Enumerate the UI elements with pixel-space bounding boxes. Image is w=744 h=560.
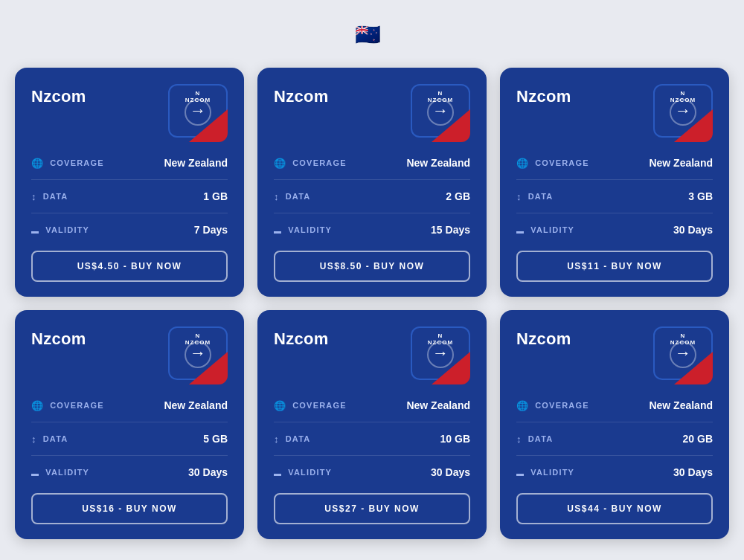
validity-label: VALIDITY: [31, 224, 89, 236]
data-label-text: DATA: [286, 192, 311, 201]
coverage-label-text: COVERAGE: [535, 158, 589, 167]
divider-2: [31, 455, 228, 456]
card-logo: NNZCOM →: [161, 326, 228, 384]
coverage-label: COVERAGE: [31, 399, 104, 411]
globe-icon: [274, 157, 286, 169]
card-header: Nzcom NNZCOM →: [274, 84, 470, 142]
card-header: Nzcom NNZCOM →: [516, 84, 713, 142]
validity-value: 30 Days: [188, 466, 228, 478]
plan-card-1: Nzcom NNZCOM → COVERAGE New Zealand: [15, 68, 244, 297]
validity-row: VALIDITY 30 Days: [516, 224, 713, 236]
globe-icon: [274, 399, 286, 411]
coverage-row: COVERAGE New Zealand: [274, 157, 470, 169]
card-brand: Nzcom: [274, 326, 329, 349]
card-logo: NNZCOM →: [403, 326, 470, 384]
coverage-value: New Zealand: [649, 157, 713, 169]
card-details: COVERAGE New Zealand DATA 10 GB VALIDITY…: [274, 399, 470, 478]
coverage-label: COVERAGE: [516, 157, 589, 169]
data-arrows-icon: [274, 433, 280, 445]
card-header: Nzcom NNZCOM →: [516, 326, 713, 384]
sim-icon: [516, 466, 525, 478]
logo-arrow-icon: →: [432, 101, 449, 120]
validity-row: VALIDITY 7 Days: [31, 224, 228, 236]
data-label: DATA: [516, 433, 553, 445]
globe-icon: [516, 157, 529, 169]
validity-value: 30 Days: [431, 466, 470, 478]
validity-label-text: VALIDITY: [288, 225, 332, 234]
data-value: 2 GB: [446, 190, 470, 202]
data-row: DATA 10 GB: [274, 433, 470, 445]
divider-1: [31, 422, 228, 422]
validity-value: 30 Days: [673, 224, 713, 236]
validity-row: VALIDITY 30 Days: [274, 466, 470, 478]
data-row: DATA 1 GB: [31, 190, 228, 202]
data-row: DATA 3 GB: [516, 190, 713, 202]
card-brand: Nzcom: [31, 326, 86, 349]
logo-arrow-icon: →: [190, 101, 206, 120]
coverage-label: COVERAGE: [274, 399, 347, 411]
buy-button[interactable]: US$27 - BUY NOW: [274, 493, 470, 524]
card-logo: NNZCOM →: [161, 84, 228, 142]
validity-row: VALIDITY 30 Days: [31, 466, 228, 478]
buy-button[interactable]: US$16 - BUY NOW: [31, 493, 228, 524]
data-row: DATA 5 GB: [31, 433, 228, 445]
validity-label: VALIDITY: [274, 224, 332, 236]
globe-icon: [31, 399, 44, 411]
globe-icon: [31, 157, 44, 169]
validity-label-text: VALIDITY: [530, 468, 574, 477]
coverage-row: COVERAGE New Zealand: [274, 399, 470, 411]
validity-label-text: VALIDITY: [288, 468, 332, 477]
coverage-value: New Zealand: [406, 399, 470, 411]
plan-card-5: Nzcom NNZCOM → COVERAGE New Zealand: [257, 310, 487, 539]
buy-button[interactable]: US$44 - BUY NOW: [516, 493, 713, 524]
globe-icon: [516, 399, 529, 411]
data-label: DATA: [274, 190, 310, 202]
sim-icon: [274, 466, 282, 478]
divider-2: [274, 213, 470, 213]
validity-value: 7 Days: [194, 224, 228, 236]
divider-1: [516, 179, 713, 180]
validity-label: VALIDITY: [274, 466, 332, 478]
data-arrows-icon: [516, 433, 522, 445]
validity-row: VALIDITY 30 Days: [516, 466, 713, 478]
card-details: COVERAGE New Zealand DATA 5 GB VALIDITY …: [31, 399, 228, 478]
divider-1: [274, 422, 470, 422]
coverage-value: New Zealand: [164, 157, 228, 169]
data-value: 5 GB: [203, 433, 228, 445]
card-brand: Nzcom: [516, 84, 571, 106]
plan-card-6: Nzcom NNZCOM → COVERAGE New Zealand: [500, 310, 729, 539]
page-header: 🇳🇿: [15, 22, 729, 47]
logo-arrow-icon: →: [190, 344, 206, 363]
divider-2: [516, 213, 713, 213]
coverage-value: New Zealand: [649, 399, 713, 411]
card-brand: Nzcom: [31, 84, 86, 106]
card-header: Nzcom NNZCOM →: [274, 326, 470, 384]
buy-button[interactable]: US$8.50 - BUY NOW: [274, 251, 470, 282]
divider-2: [516, 455, 713, 456]
coverage-label: COVERAGE: [274, 157, 347, 169]
validity-label: VALIDITY: [31, 466, 89, 478]
divider-1: [31, 179, 228, 180]
coverage-label-text: COVERAGE: [535, 401, 589, 410]
plan-card-2: Nzcom NNZCOM → COVERAGE New Zealand: [257, 68, 487, 297]
sim-icon: [516, 224, 525, 236]
buy-button[interactable]: US$4.50 - BUY NOW: [31, 251, 228, 282]
data-label: DATA: [31, 433, 68, 445]
country-flag: 🇳🇿: [355, 22, 381, 47]
card-logo: NNZCOM →: [646, 84, 713, 142]
data-label-text: DATA: [43, 434, 68, 443]
plan-card-3: Nzcom NNZCOM → COVERAGE New Zealand: [500, 68, 729, 297]
data-label-text: DATA: [286, 434, 311, 443]
divider-2: [274, 455, 470, 456]
buy-button[interactable]: US$11 - BUY NOW: [516, 251, 713, 282]
coverage-row: COVERAGE New Zealand: [31, 157, 228, 169]
divider-2: [31, 213, 228, 213]
data-row: DATA 20 GB: [516, 433, 713, 445]
data-label: DATA: [516, 190, 553, 202]
coverage-row: COVERAGE New Zealand: [516, 399, 713, 411]
logo-arrow-icon: →: [675, 101, 691, 120]
coverage-row: COVERAGE New Zealand: [31, 399, 228, 411]
validity-label-text: VALIDITY: [45, 468, 89, 477]
validity-label-text: VALIDITY: [45, 225, 89, 234]
validity-value: 30 Days: [673, 466, 713, 478]
